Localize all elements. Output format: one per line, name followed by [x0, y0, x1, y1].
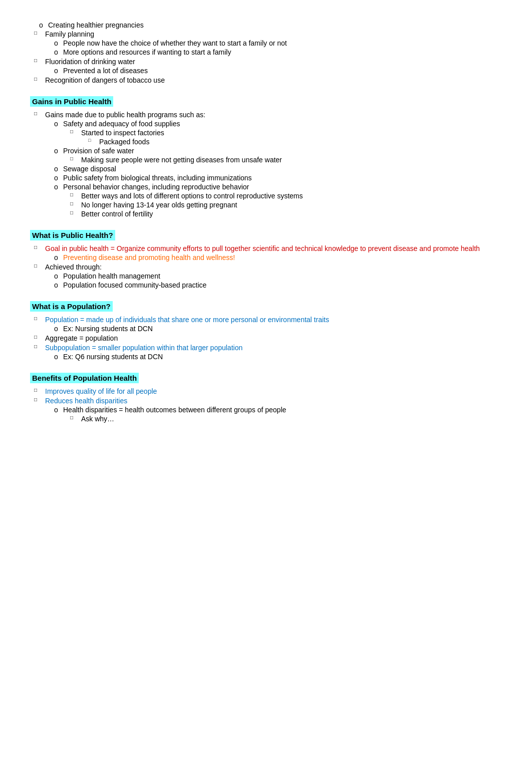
sub-list: Prevented a lot of diseases — [45, 67, 502, 75]
benefits-bullets: Improves quality of life for all people … — [30, 387, 502, 423]
item-text: Started to inspect factories — [81, 129, 164, 137]
item-text: Provision of safe water — [63, 147, 134, 155]
list-item: Subpopulation = smaller population withi… — [45, 344, 502, 361]
sub-list: People now have the choice of whether th… — [45, 39, 502, 56]
sub-list: Preventing disease and promoting health … — [45, 253, 502, 262]
item-text: Safety and adequacy of food supplies — [63, 120, 180, 128]
list-item: Making sure people were not getting dise… — [81, 156, 502, 164]
public-health-heading: What is Public Health? — [30, 230, 115, 240]
item-text-blue: Reduces health disparities — [45, 397, 127, 405]
level3-list: Ask why… — [63, 415, 502, 423]
list-item: Fluoridation of drinking water Prevented… — [45, 58, 502, 75]
item-text: Recognition of dangers of tobacco use — [45, 76, 165, 84]
level3-list: Better ways and lots of different option… — [63, 192, 502, 218]
item-text: Family planning — [45, 30, 94, 38]
list-item: Recognition of dangers of tobacco use — [45, 76, 502, 84]
gains-section: Gains in Public Health Gains made due to… — [30, 96, 502, 218]
item-text-blue: Population = made up of individuals that… — [45, 316, 329, 324]
population-heading: What is a Population? — [30, 301, 113, 312]
what-is-population-section: What is a Population? Population = made … — [30, 301, 502, 361]
list-item: Safety and adequacy of food supplies Sta… — [63, 120, 502, 146]
item-text: Fluoridation of drinking water — [45, 58, 135, 66]
item-text: Achieved through: — [45, 263, 102, 271]
list-item: Gains made due to public health programs… — [45, 111, 502, 218]
list-item: Achieved through: Population health mana… — [45, 263, 502, 289]
list-item: People now have the choice of whether th… — [63, 39, 502, 47]
item-text: Health disparities = health outcomes bet… — [63, 406, 286, 414]
list-item: Goal in public health = Organize communi… — [45, 244, 502, 262]
item-text-blue: Improves quality of life for all people — [45, 387, 157, 395]
list-item: Personal behavior changes, including rep… — [63, 183, 502, 218]
intro-bullets: Family planning People now have the choi… — [30, 30, 502, 84]
gains-bullets: Gains made due to public health programs… — [30, 111, 502, 218]
item-text: Personal behavior changes, including rep… — [63, 183, 249, 191]
benefits-heading: Benefits of Population Health — [30, 373, 139, 383]
list-item: Ask why… — [81, 415, 502, 423]
sub-list: Ex: Nursing students at DCN — [45, 325, 502, 333]
item-text: Aggregate = population — [45, 334, 118, 342]
what-is-public-health-section: What is Public Health? Goal in public he… — [30, 230, 502, 289]
item-text: Gains made due to public health programs… — [45, 111, 205, 119]
item-text-red: Goal in public health = Organize communi… — [45, 244, 480, 252]
list-item: Provision of safe water Making sure peop… — [63, 147, 502, 164]
list-item: Improves quality of life for all people — [45, 387, 502, 395]
list-item: Aggregate = population — [45, 334, 502, 342]
list-item: Public safety from biological threats, i… — [63, 174, 502, 182]
list-item: Preventing disease and promoting health … — [63, 253, 502, 262]
list-item: Population = made up of individuals that… — [45, 316, 502, 333]
level3-list: Started to inspect factories Packaged fo… — [63, 129, 502, 146]
list-item: No longer having 13-14 year olds getting… — [81, 201, 502, 209]
list-item: Prevented a lot of diseases — [63, 67, 502, 75]
list-item: Better control of fertility — [81, 210, 502, 218]
item-text-blue: Subpopulation = smaller population withi… — [45, 344, 242, 352]
list-item: Ex: Nursing students at DCN — [63, 325, 502, 333]
list-item: Started to inspect factories Packaged fo… — [81, 129, 502, 146]
intro-level2-list: Creating healthier pregnancies — [30, 21, 502, 29]
list-item: Health disparities = health outcomes bet… — [63, 406, 502, 423]
item-text-orange: Preventing disease and promoting health … — [63, 253, 235, 262]
gains-sub-list: Safety and adequacy of food supplies Sta… — [45, 120, 502, 218]
public-health-bullets: Goal in public health = Organize communi… — [30, 244, 502, 289]
sub-list: Population health management Population … — [45, 272, 502, 289]
sub-list: Ex: Q6 nursing students at DCN — [45, 353, 502, 361]
intro-section: Creating healthier pregnancies Family pl… — [30, 21, 502, 84]
gains-heading: Gains in Public Health — [30, 96, 113, 107]
list-item: Reduces health disparities Health dispar… — [45, 397, 502, 423]
list-item: Sewage disposal — [63, 165, 502, 173]
population-bullets: Population = made up of individuals that… — [30, 316, 502, 361]
list-item: Population health management — [63, 272, 502, 280]
level3-list: Making sure people were not getting dise… — [63, 156, 502, 164]
sub-list: Health disparities = health outcomes bet… — [45, 406, 502, 423]
list-item: Creating healthier pregnancies — [48, 21, 502, 29]
list-item: Ex: Q6 nursing students at DCN — [63, 353, 502, 361]
list-item: More options and resources if wanting to… — [63, 48, 502, 56]
list-item: Family planning People now have the choi… — [45, 30, 502, 56]
list-item: Population focused community-based pract… — [63, 281, 502, 289]
list-item: Better ways and lots of different option… — [81, 192, 502, 200]
list-item: Packaged foods — [99, 138, 502, 146]
benefits-section: Benefits of Population Health Improves q… — [30, 373, 502, 423]
level4-list: Packaged foods — [81, 138, 502, 146]
